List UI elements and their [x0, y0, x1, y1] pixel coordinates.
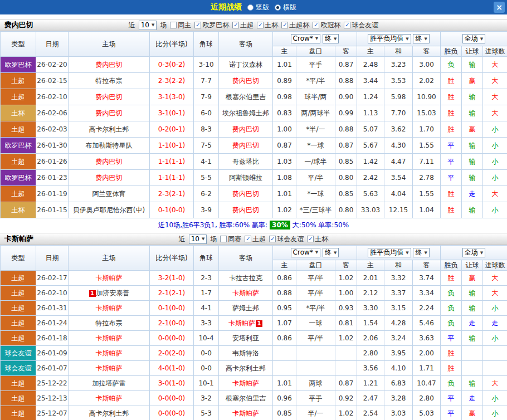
away-team[interactable]: 哥兹塔比: [219, 154, 273, 170]
match-date: 26-02-20: [36, 57, 69, 73]
team-name: 费内巴切: [232, 77, 259, 85]
home-team[interactable]: 阿兰亚体育: [69, 186, 150, 202]
filter-checkbox-土超[interactable]: ✓: [232, 22, 239, 28]
recent-count-select[interactable]: 10▼: [139, 21, 157, 30]
away-team[interactable]: 卡斯帕萨: [219, 286, 273, 301]
col-corners: 角球: [194, 246, 219, 271]
filter-checkbox-球会友谊[interactable]: ✓: [269, 236, 276, 242]
match-row: 球会友谊26-01-07卡斯帕萨4-0(1-0)0-0高卡尔利土邦3.564.1…: [1, 361, 507, 376]
result-goals: 大: [483, 105, 507, 121]
home-team[interactable]: 特拉布宗: [69, 316, 150, 331]
home-team[interactable]: 费内巴切: [69, 89, 150, 105]
eu-home-odds: 2.54: [357, 406, 384, 420]
bookmaker-select[interactable]: Crow*▼: [291, 34, 321, 43]
layout-radio-vertical[interactable]: 竖版: [247, 3, 269, 12]
filter-checkbox-土超[interactable]: ✓: [245, 236, 251, 242]
away-team[interactable]: 卡斯帕萨: [219, 376, 273, 391]
match-row: 土超26-01-31卡斯帕萨0-1(0-0)4-1萨姆土邦0.95*平/半0.9…: [1, 301, 507, 316]
away-team[interactable]: 根塞尔伯里吉: [219, 391, 273, 406]
home-team[interactable]: 费内巴切: [69, 105, 150, 121]
away-team[interactable]: 韦斯特洛: [219, 346, 273, 361]
away-team[interactable]: 萨姆土邦: [219, 301, 273, 316]
home-team[interactable]: 卡斯帕萨: [69, 391, 150, 406]
col-type: 类型: [1, 32, 36, 57]
away-team[interactable]: 根塞尔伯里吉: [219, 89, 273, 105]
col-ah-away: 客: [335, 46, 357, 57]
away-team[interactable]: 安塔利亚: [219, 331, 273, 346]
ah-line: *一球: [296, 138, 335, 154]
home-team[interactable]: 费内巴切: [69, 170, 150, 186]
away-team[interactable]: 卡斯帕萨1: [219, 316, 273, 331]
result-wdl: 平: [441, 406, 462, 420]
filter-checkbox-同主[interactable]: [170, 22, 177, 28]
chevron-down-icon: ▼: [480, 37, 483, 41]
ah-home-odds: 1.01: [273, 186, 296, 202]
avg-odds-select[interactable]: 胜平负均值▼: [368, 248, 411, 257]
recent-count-select[interactable]: 10▼: [189, 235, 207, 244]
odds-stage-select-2[interactable]: 终▼: [413, 248, 429, 257]
result-goals: 小: [483, 331, 507, 346]
home-team[interactable]: 高卡尔利土邦: [69, 406, 150, 420]
away-team[interactable]: 费内巴切: [219, 121, 273, 138]
filter-checkbox-土杯[interactable]: ✓: [307, 236, 314, 242]
filter-checkbox-同赛[interactable]: [220, 236, 227, 242]
match-date: 26-02-03: [36, 121, 69, 138]
chevron-down-icon: ▼: [315, 36, 318, 41]
odds-stage-select-2[interactable]: 终▼: [413, 34, 429, 43]
match-date: 25-12-22: [36, 376, 69, 391]
result-wdl: 平: [441, 391, 462, 406]
home-team[interactable]: 贝伊奥卢耶尼恰尔西(中): [69, 202, 150, 218]
home-team[interactable]: 卡斯帕萨: [69, 271, 150, 286]
col-eu-draw: 和: [384, 260, 413, 271]
home-team[interactable]: 布加勒斯特星队: [69, 138, 150, 154]
home-team[interactable]: 高卡尔利土邦: [69, 121, 150, 138]
away-team[interactable]: 费内巴切: [219, 73, 273, 89]
avg-odds-select[interactable]: 胜平负均值▼: [368, 34, 411, 43]
away-team[interactable]: 费内巴切: [219, 202, 273, 218]
col-eu-away: 客: [413, 260, 441, 271]
ah-home-odds: 0.89: [273, 73, 296, 89]
team-name: 费内巴切: [232, 141, 259, 149]
home-team[interactable]: 卡斯帕萨: [69, 346, 150, 361]
odds-stage-select[interactable]: 终▼: [323, 34, 339, 43]
result-goals: 小: [483, 202, 507, 218]
filter-option: 同赛: [220, 235, 241, 244]
filter-checkbox-球会友谊[interactable]: ✓: [344, 22, 350, 28]
home-team[interactable]: 1加济安泰普: [69, 286, 150, 301]
home-team[interactable]: 卡斯帕萨: [69, 361, 150, 376]
close-button[interactable]: ×: [494, 2, 505, 13]
layout-radio-horizontal[interactable]: 横版: [275, 3, 296, 12]
away-team[interactable]: 卡拉古拉克: [219, 271, 273, 286]
home-team[interactable]: 费内巴切: [69, 154, 150, 170]
away-team[interactable]: 埃尔祖鲁姆土邦: [219, 105, 273, 121]
home-team[interactable]: 费内巴切: [69, 57, 150, 73]
away-team[interactable]: 费内巴切: [219, 138, 273, 154]
team-name: 卡斯帕萨: [96, 364, 123, 372]
team-name: 特拉布宗: [96, 319, 123, 327]
result-wdl: 胜: [441, 89, 462, 105]
scope-select[interactable]: 全场▼: [462, 34, 485, 43]
away-team[interactable]: 诺丁汉森林: [219, 57, 273, 73]
eu-draw-odds: 4.28: [384, 316, 413, 331]
corners: 6-0: [194, 105, 219, 121]
filter-checkbox-欧罗巴杯[interactable]: ✓: [194, 22, 201, 28]
away-team[interactable]: 高卡尔利土邦: [219, 361, 273, 376]
away-team[interactable]: 阿斯顿维拉: [219, 170, 273, 186]
col-away: 客场: [219, 246, 273, 271]
home-team[interactable]: 卡斯帕萨: [69, 331, 150, 346]
bookmaker-select[interactable]: Crow*▼: [291, 248, 321, 257]
odds-stage-select[interactable]: 终▼: [323, 248, 339, 257]
scope-select[interactable]: 全场▼: [462, 248, 485, 257]
home-team[interactable]: 加拉塔萨雷: [69, 376, 150, 391]
filter-checkbox-土杯[interactable]: ✓: [257, 22, 264, 28]
filter-checkbox-欧冠杯[interactable]: ✓: [313, 22, 319, 28]
home-team[interactable]: 卡斯帕萨: [69, 301, 150, 316]
home-team[interactable]: 特拉布宗: [69, 73, 150, 89]
match-row: 土杯26-01-15贝伊奥卢耶尼恰尔西(中)0-1(0-0)3-9费内巴切1.0…: [1, 202, 507, 218]
match-date: 26-01-31: [36, 301, 69, 316]
result-wdl: 平: [441, 138, 462, 154]
filter-checkbox-土超杯[interactable]: ✓: [281, 22, 288, 28]
away-team[interactable]: 卡斯帕萨: [219, 406, 273, 420]
away-team[interactable]: 费内巴切: [219, 186, 273, 202]
eu-draw-odds: 6.83: [384, 376, 413, 391]
